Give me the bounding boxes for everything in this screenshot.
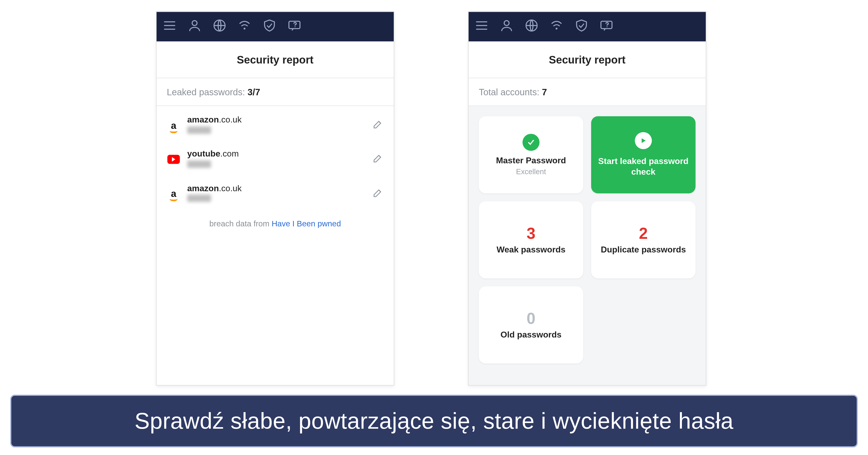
leaked-count-header: Leaked passwords: 3/7 (157, 78, 394, 106)
amazon-logo-icon: a (167, 187, 180, 200)
edit-icon[interactable] (372, 153, 383, 166)
start-leaked-check-button[interactable]: Start leaked password check (591, 116, 695, 193)
help-icon[interactable] (287, 18, 302, 35)
account-username-blurred (187, 160, 211, 168)
shield-icon[interactable] (574, 18, 589, 35)
weak-count: 3 (527, 225, 535, 242)
svg-point-7 (556, 28, 557, 30)
caption-text: Sprawdź słabe, powtarzające się, stare i… (134, 408, 734, 433)
account-domain: youtube.com (187, 148, 365, 159)
page-title: Security report (469, 41, 706, 78)
duplicate-count: 2 (639, 225, 648, 242)
hibp-link[interactable]: Have I Been pwned (272, 219, 341, 228)
duplicate-passwords-tile[interactable]: 2 Duplicate passwords (591, 201, 695, 279)
top-toolbar (157, 12, 394, 41)
leaked-list: a amazon.co.uk youtube.com (157, 106, 394, 213)
play-icon (635, 132, 652, 149)
master-password-tile[interactable]: Master Password Excellent (479, 116, 583, 193)
account-domain: amazon.co.uk (187, 182, 365, 193)
shield-icon[interactable] (262, 18, 277, 35)
edit-icon[interactable] (372, 187, 383, 200)
youtube-logo-icon (167, 153, 180, 166)
account-username-blurred (187, 126, 211, 134)
svg-point-9 (607, 26, 608, 27)
old-passwords-tile[interactable]: 0 Old passwords (479, 287, 583, 364)
breach-attribution: breach data from Have I Been pwned (157, 213, 394, 234)
svg-point-5 (504, 21, 509, 26)
list-item[interactable]: youtube.com (157, 142, 394, 177)
page-title: Security report (157, 41, 394, 78)
check-icon (523, 134, 539, 151)
old-count: 0 (527, 310, 535, 327)
master-password-status: Excellent (516, 167, 546, 176)
account-username-blurred (187, 195, 211, 202)
caption-banner: Sprawdź słabe, powtarzające się, stare i… (10, 395, 858, 448)
svg-point-0 (192, 21, 197, 26)
list-item[interactable]: a amazon.co.uk (157, 177, 394, 211)
top-toolbar (469, 12, 706, 41)
svg-point-4 (294, 26, 296, 27)
profile-icon[interactable] (187, 18, 202, 35)
total-accounts-header: Total accounts: 7 (469, 78, 706, 106)
globe-icon[interactable] (212, 18, 227, 35)
globe-icon[interactable] (524, 18, 539, 35)
svg-point-2 (244, 28, 245, 30)
menu-icon[interactable] (162, 18, 177, 35)
help-icon[interactable] (599, 18, 614, 35)
leaked-passwords-panel: Security report Leaked passwords: 3/7 a … (156, 11, 394, 386)
weak-passwords-tile[interactable]: 3 Weak passwords (479, 201, 583, 279)
menu-icon[interactable] (474, 18, 489, 35)
profile-icon[interactable] (499, 18, 514, 35)
amazon-logo-icon: a (167, 119, 180, 132)
account-domain: amazon.co.uk (187, 114, 365, 125)
security-report-panel: Security report Total accounts: 7 Master… (468, 11, 706, 386)
edit-icon[interactable] (372, 119, 383, 132)
wifi-icon[interactable] (549, 18, 564, 35)
list-item[interactable]: a amazon.co.uk (157, 108, 394, 143)
wifi-icon[interactable] (237, 18, 252, 35)
